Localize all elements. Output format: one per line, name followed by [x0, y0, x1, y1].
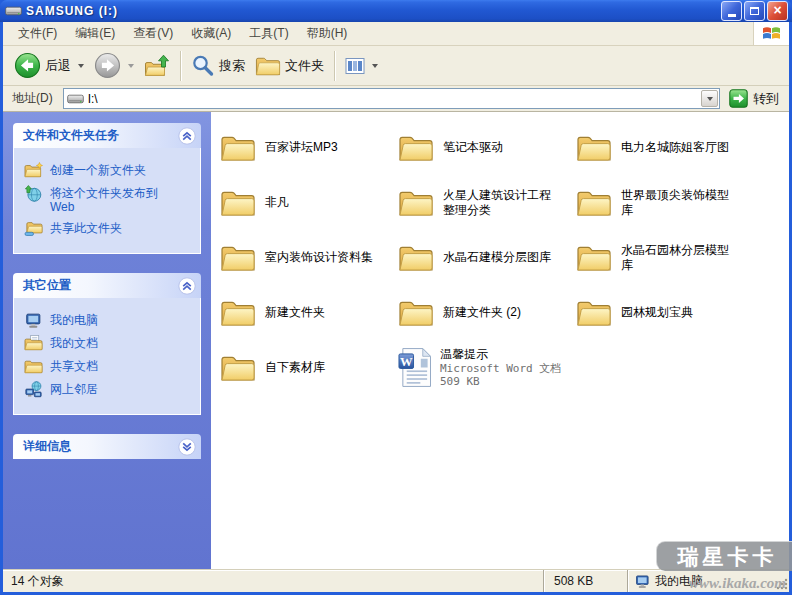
back-icon [14, 52, 41, 79]
file-name: 笔记本驱动 [443, 140, 503, 155]
file-item[interactable]: 新建文件夹 (2) [398, 285, 576, 340]
chevron-up-icon[interactable] [178, 277, 196, 295]
file-name: 新建文件夹 (2) [443, 305, 521, 320]
panel-title: 文件和文件夹任务 [23, 127, 119, 144]
file-item[interactable]: 世界最顶尖装饰模型库 [576, 175, 754, 230]
panel-title: 详细信息 [23, 438, 71, 455]
my-computer-icon [635, 574, 650, 589]
folders-button[interactable]: 文件夹 [250, 53, 329, 79]
status-object-count: 14 个对象 [3, 570, 543, 592]
other-places-header[interactable]: 其它位置 [13, 273, 201, 298]
folders-icon [255, 55, 281, 77]
folder-icon [398, 298, 434, 328]
files-grid: 百家讲坛MP3 笔记本驱动 电力名城陈姐客厅图 非凡 [220, 120, 754, 395]
back-dropdown-icon[interactable] [78, 64, 84, 68]
file-name: 园林规划宝典 [621, 305, 693, 320]
back-label: 后退 [45, 57, 71, 75]
menu-view[interactable]: 查看(V) [124, 22, 182, 45]
go-button[interactable]: 转到 [725, 89, 785, 108]
title-bar[interactable]: SAMSUNG (I:) × [0, 0, 792, 22]
file-item[interactable]: 火星人建筑设计工程整理分类 [398, 175, 576, 230]
chevron-down-icon[interactable] [178, 438, 196, 456]
minimize-button[interactable] [721, 1, 742, 21]
place-my-documents[interactable]: 我的文档 [24, 336, 192, 352]
task-label: 创建一个新文件夹 [50, 163, 146, 177]
maximize-button[interactable] [744, 1, 765, 21]
file-name: 新建文件夹 [265, 305, 325, 320]
menu-favorites[interactable]: 收藏(A) [182, 22, 240, 45]
place-shared-documents[interactable]: 共享文档 [24, 359, 192, 375]
file-folder-tasks-body: 创建一个新文件夹 将这个文件夹发布到 Web 共享此文件夹 [13, 148, 201, 254]
search-label: 搜索 [219, 57, 245, 75]
menu-tools[interactable]: 工具(T) [240, 22, 297, 45]
content-area: 文件和文件夹任务 创建一个新文件夹 将这个文件夹发布到 Web [3, 112, 789, 569]
place-my-computer[interactable]: 我的电脑 [24, 313, 192, 329]
other-places-body: 我的电脑 我的文档 共享文档 网上邻居 [13, 298, 201, 415]
details-header[interactable]: 详细信息 [13, 434, 201, 459]
task-share-folder[interactable]: 共享此文件夹 [24, 221, 192, 237]
file-folder-tasks-header[interactable]: 文件和文件夹任务 [13, 123, 201, 148]
folder-icon [576, 188, 612, 218]
file-name: 水晶石建模分层图库 [443, 250, 551, 265]
task-publish-to-web[interactable]: 将这个文件夹发布到 Web [24, 186, 192, 214]
go-label: 转到 [753, 90, 779, 108]
address-bar: 地址(D) 转到 [3, 86, 789, 112]
file-name: 室内装饰设计资料集 [265, 250, 373, 265]
file-item[interactable]: 自下素材库 [220, 340, 398, 395]
file-item[interactable]: 非凡 [220, 175, 398, 230]
views-dropdown-icon[interactable] [372, 64, 378, 68]
folder-icon [576, 298, 612, 328]
place-label: 我的电脑 [50, 313, 98, 327]
window-frame: 文件(F) 编辑(E) 查看(V) 收藏(A) 工具(T) 帮助(H) [3, 22, 789, 592]
my-computer-icon [24, 312, 43, 329]
new-folder-icon [24, 162, 43, 179]
share-folder-icon [24, 220, 43, 237]
network-places-icon [24, 381, 43, 398]
file-name: 电力名城陈姐客厅图 [621, 140, 729, 155]
my-documents-icon [24, 335, 43, 352]
file-folder-tasks-panel: 文件和文件夹任务 创建一个新文件夹 将这个文件夹发布到 Web [13, 123, 201, 254]
file-name: 水晶石园林分层模型库 [621, 243, 735, 273]
maximize-icon [750, 7, 759, 15]
up-button[interactable] [139, 52, 175, 80]
file-item[interactable]: 电力名城陈姐客厅图 [576, 120, 754, 175]
close-icon: × [773, 3, 781, 17]
toolbar-separator [180, 51, 181, 81]
minimize-icon [728, 14, 736, 17]
address-dropdown-button[interactable] [701, 90, 718, 107]
forward-icon [94, 52, 121, 79]
menu-edit[interactable]: 编辑(E) [66, 22, 124, 45]
views-button[interactable] [340, 55, 383, 77]
place-label: 共享文档 [50, 359, 98, 373]
folder-icon [398, 243, 434, 273]
forward-dropdown-icon[interactable] [128, 64, 134, 68]
views-icon [345, 57, 365, 75]
file-item[interactable]: 百家讲坛MP3 [220, 120, 398, 175]
file-item[interactable]: 室内装饰设计资料集 [220, 230, 398, 285]
forward-button[interactable] [89, 50, 139, 81]
chevron-up-icon[interactable] [178, 127, 196, 145]
back-button[interactable]: 后退 [9, 50, 89, 81]
address-input-wrap [63, 88, 720, 109]
menu-file[interactable]: 文件(F) [9, 22, 66, 45]
file-name: 自下素材库 [265, 360, 325, 375]
folder-icon [220, 353, 256, 383]
task-create-new-folder[interactable]: 创建一个新文件夹 [24, 163, 192, 179]
close-button[interactable]: × [767, 1, 788, 21]
place-label: 我的文档 [50, 336, 98, 350]
file-item[interactable]: 园林规划宝典 [576, 285, 754, 340]
file-name: 非凡 [265, 195, 289, 210]
menu-help[interactable]: 帮助(H) [298, 22, 357, 45]
task-label: 将这个文件夹发布到 Web [50, 186, 162, 214]
file-item-word-document[interactable]: 温馨提示 Microsoft Word 文档 509 KB [398, 340, 576, 395]
menu-bar: 文件(F) 编辑(E) 查看(V) 收藏(A) 工具(T) 帮助(H) [3, 22, 789, 46]
folder-icon [220, 243, 256, 273]
file-texts: 温馨提示 Microsoft Word 文档 509 KB [440, 347, 561, 388]
file-item[interactable]: 新建文件夹 [220, 285, 398, 340]
file-item[interactable]: 水晶石建模分层图库 [398, 230, 576, 285]
search-button[interactable]: 搜索 [186, 52, 250, 80]
file-item[interactable]: 笔记本驱动 [398, 120, 576, 175]
address-input[interactable] [88, 92, 697, 106]
file-item[interactable]: 水晶石园林分层模型库 [576, 230, 754, 285]
place-network-places[interactable]: 网上邻居 [24, 382, 192, 398]
